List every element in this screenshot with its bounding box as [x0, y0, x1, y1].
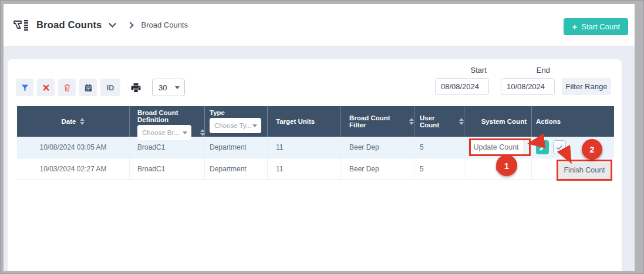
edit-count-button[interactable] [536, 140, 549, 154]
broad-count-filter-header-label: Broad Count Filter [349, 114, 405, 128]
cell-user-count: 5 [414, 137, 464, 158]
column-header-definition: Broad Count Definition Choose Br... [130, 106, 205, 137]
breadcrumb: Broad Counts [141, 21, 188, 29]
chevron-down-icon[interactable] [109, 20, 117, 28]
cell-definition: BroadC1 [130, 158, 205, 180]
cell-actions [532, 137, 614, 158]
chevron-down-icon [175, 86, 180, 89]
sort-icon[interactable] [200, 129, 205, 136]
cell-actions [532, 158, 614, 180]
start-count-button[interactable]: + Start Count [564, 18, 628, 35]
sort-icon[interactable] [409, 118, 414, 125]
cell-system-count: Update Count [464, 137, 532, 158]
column-header-system-count: System Count [464, 106, 532, 137]
sort-icon[interactable] [80, 118, 85, 125]
column-header-date[interactable]: Date [17, 106, 130, 137]
x-icon [42, 84, 50, 92]
table-row[interactable]: 10/03/2024 02:27 AM BroadC1 Department 1… [17, 158, 614, 180]
cell-system-count: 0 [464, 158, 532, 180]
cell-date: 10/03/2024 02:27 AM [17, 158, 130, 180]
cell-type: Department [205, 158, 268, 180]
actions-header-label: Actions [536, 118, 561, 125]
app-window: Broad Counts Broad Counts + Start Count [0, 0, 644, 274]
table-toolbar: ID 30 [16, 79, 185, 96]
cell-definition: BroadC1 [130, 137, 205, 158]
cell-date: 10/08/2024 03:05 AM [17, 137, 130, 158]
filter-icon [21, 83, 29, 92]
type-header-label: Type [210, 109, 225, 116]
id-label: ID [107, 83, 114, 92]
start-count-label: Start Count [581, 22, 620, 31]
update-count-button[interactable]: Update Count [468, 140, 524, 155]
definition-filter-placeholder: Choose Br... [142, 129, 179, 136]
trash-icon [63, 83, 72, 92]
page-title: Broad Counts [36, 19, 102, 31]
clear-filter-button[interactable] [37, 79, 55, 96]
calendar-filter-button[interactable] [79, 79, 97, 96]
finish-count-button[interactable] [553, 140, 566, 154]
page-size-select[interactable]: 30 [152, 79, 185, 96]
column-header-type: Type Choose Ty... [205, 106, 268, 137]
type-filter-placeholder: Choose Ty... [214, 122, 252, 129]
printer-icon [130, 82, 141, 93]
start-date-input[interactable] [435, 78, 489, 95]
table-row[interactable]: 10/08/2024 03:05 AM BroadC1 Department 1… [17, 137, 614, 158]
page-viewport: Broad Counts Broad Counts + Start Count [4, 4, 635, 271]
column-header-user-count[interactable]: User Count [414, 106, 464, 137]
system-count-header-label: System Count [481, 118, 527, 125]
user-count-header-label: User Count [420, 114, 455, 128]
cell-type: Department [205, 137, 268, 158]
plus-icon: + [572, 22, 577, 31]
column-header-target-units: Target Units [268, 106, 341, 137]
calendar-icon [84, 83, 93, 92]
date-header-label: Date [62, 118, 76, 125]
top-header-bar: Broad Counts Broad Counts + Start Count [4, 4, 635, 46]
start-date-label: Start [435, 66, 487, 75]
checkmark-icon [555, 143, 564, 151]
barcode-scanner-icon [13, 18, 29, 33]
chevron-down-icon [252, 124, 257, 127]
end-date-label: End [501, 66, 550, 75]
target-units-header-label: Target Units [276, 118, 315, 125]
id-toggle-button[interactable]: ID [100, 79, 120, 96]
cell-user-count: 5 [414, 158, 464, 180]
table-header-row: Date Broad Count Definition Choose Br... [17, 106, 614, 137]
cell-broad-count-filter: Beer Dep [341, 158, 414, 180]
filter-range-button[interactable]: Filter Range [562, 78, 611, 95]
type-filter-select[interactable]: Choose Ty... [210, 118, 261, 133]
column-header-broad-count-filter[interactable]: Broad Count Filter [341, 106, 414, 137]
content-card: ID 30 Start End [7, 59, 622, 271]
cell-broad-count-filter: Beer Dep [341, 137, 414, 158]
chevron-down-icon [183, 131, 187, 134]
pencil-icon [539, 144, 547, 151]
broad-counts-table: Date Broad Count Definition Choose Br... [17, 106, 614, 180]
cell-target-units: 11 [268, 137, 341, 158]
filter-button[interactable] [16, 79, 33, 96]
print-button[interactable] [126, 79, 145, 96]
definition-header-label: Broad Count Definition [137, 109, 204, 123]
sort-icon[interactable] [459, 118, 464, 125]
breadcrumb-separator-icon [127, 22, 134, 28]
cell-target-units: 11 [268, 158, 341, 180]
delete-button[interactable] [58, 79, 76, 96]
end-date-input[interactable] [501, 78, 555, 95]
column-header-actions: Actions [532, 106, 614, 137]
title-breadcrumb-group: Broad Counts Broad Counts [13, 4, 188, 46]
page-size-value: 30 [159, 83, 167, 92]
